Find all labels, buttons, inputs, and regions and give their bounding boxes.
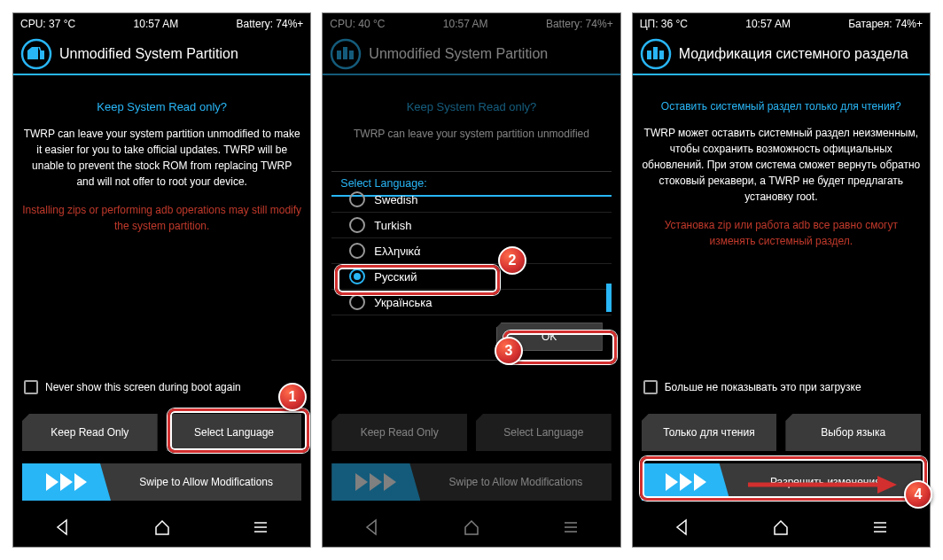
description-text: TWRP can leave your system partition unm… (22, 126, 301, 190)
svg-marker-13 (877, 476, 897, 494)
svg-rect-11 (659, 51, 664, 59)
twrp-logo-icon (330, 38, 362, 70)
back-icon[interactable] (363, 518, 381, 536)
select-language-button[interactable]: Select Language (476, 414, 612, 451)
callout-1: 1 (278, 383, 307, 411)
chevron-right-icon (74, 473, 87, 491)
battery-status: Battery: 74%+ (546, 18, 613, 30)
chevron-right-icon (60, 473, 73, 491)
language-option-turkish[interactable]: Turkish (331, 213, 611, 238)
cpu-temp: CPU: 40 °C (330, 18, 385, 30)
swipe-handle[interactable] (22, 463, 111, 501)
language-dialog: Select Language: Swedish Turkish Ελληνικ… (331, 171, 611, 361)
svg-rect-2 (34, 47, 38, 59)
cpu-temp: ЦП: 36 °C (640, 18, 688, 30)
callout-4: 4 (904, 480, 932, 509)
screen-2: CPU: 40 °C 10:57 AM Battery: 74%+ Unmodi… (322, 12, 620, 548)
never-show-checkbox-row[interactable]: Больше не показывать это при загрузке (642, 380, 921, 394)
callout-2: 2 (498, 246, 526, 275)
svg-rect-10 (653, 47, 658, 59)
battery-status: Батарея: 74%+ (848, 18, 923, 30)
battery-status: Battery: 74%+ (237, 18, 304, 30)
keep-read-only-button[interactable]: Keep Read Only (331, 414, 467, 451)
menu-icon[interactable] (252, 518, 269, 536)
language-option-greek[interactable]: Ελληνικά (331, 238, 611, 264)
warning-text: Installing zips or performing adb operat… (22, 202, 301, 234)
content-area: Оставить системный раздел только для чте… (633, 81, 930, 508)
screen-3: ЦП: 36 °C 10:57 AM Батарея: 74%+ Модифик… (632, 12, 931, 548)
description-text: TWRP can leave your system partition unm… (331, 126, 611, 142)
back-icon[interactable] (674, 518, 691, 536)
title-bar: Модификация системного раздела (633, 35, 930, 74)
description-text: TWRP может оставить системный раздел неи… (642, 125, 921, 205)
nav-bar (13, 508, 310, 547)
keep-read-only-button[interactable]: Keep Read Only (22, 414, 158, 451)
callout-3: 3 (495, 337, 523, 365)
title-bar: Unmodified System Partition (323, 35, 620, 74)
chevron-right-icon (46, 473, 58, 491)
screen-1: CPU: 37 °C 10:57 AM Battery: 74%+ Unmodi… (12, 12, 311, 548)
button-row: Keep Read Only Select Language (22, 414, 301, 451)
back-icon[interactable] (54, 518, 72, 536)
content-area: Keep System Read only? TWRP can leave yo… (13, 81, 310, 508)
checkbox-label: Never show this screen during boot again (45, 381, 241, 393)
question-text: Keep System Read only? (22, 100, 301, 113)
language-button[interactable]: Выбор языка (785, 414, 921, 451)
svg-rect-5 (337, 51, 341, 59)
language-list[interactable]: Swedish Turkish Ελληνικά Русский Українс… (331, 191, 611, 315)
language-option-ukrainian[interactable]: Українська (331, 290, 611, 315)
page-title: Модификация системного раздела (679, 46, 908, 62)
svg-rect-6 (343, 47, 347, 59)
cpu-temp: CPU: 37 °C (20, 18, 75, 30)
question-text: Оставить системный раздел только для чте… (642, 100, 921, 113)
title-separator (13, 74, 310, 75)
svg-rect-9 (647, 51, 651, 59)
page-title: Unmodified System Partition (369, 46, 548, 62)
menu-icon[interactable] (562, 518, 580, 536)
status-bar: ЦП: 36 °C 10:57 AM Батарея: 74%+ (633, 13, 930, 35)
language-option-swedish[interactable]: Swedish (331, 191, 611, 213)
page-title: Unmodified System Partition (59, 46, 238, 62)
twrp-logo-icon (640, 38, 672, 70)
arrow-right-icon (748, 474, 899, 495)
status-bar: CPU: 40 °C 10:57 AM Battery: 74%+ (323, 13, 620, 35)
home-icon[interactable] (463, 518, 480, 536)
question-text: Keep System Read only? (331, 100, 611, 113)
select-language-button[interactable]: Select Language (167, 414, 302, 451)
clock-time: 10:57 AM (745, 18, 791, 30)
svg-rect-7 (349, 51, 354, 59)
swipe-slider[interactable]: Swipe to Allow Modifications (331, 463, 611, 501)
home-icon[interactable] (153, 518, 171, 536)
language-option-russian[interactable]: Русский (331, 264, 611, 290)
title-bar: Unmodified System Partition (13, 35, 310, 74)
never-show-checkbox-row[interactable]: Never show this screen during boot again (22, 380, 301, 394)
menu-icon[interactable] (871, 518, 889, 536)
checkbox-label: Больше не показывать это при загрузке (665, 381, 861, 393)
checkbox-icon[interactable] (643, 380, 658, 394)
read-only-button[interactable]: Только для чтения (642, 414, 777, 451)
clock-time: 10:57 AM (134, 18, 179, 30)
clock-time: 10:57 AM (443, 18, 488, 30)
twrp-logo-icon (20, 38, 52, 70)
swipe-label: Swipe to Allow Modifications (111, 476, 301, 488)
home-icon[interactable] (772, 518, 790, 536)
swipe-slider[interactable]: Swipe to Allow Modifications (22, 463, 301, 501)
warning-text: Установка zip или работа adb все равно с… (642, 217, 921, 249)
scrollbar[interactable] (606, 284, 612, 312)
status-bar: CPU: 37 °C 10:57 AM Battery: 74%+ (13, 13, 310, 35)
checkbox-icon[interactable] (24, 380, 38, 394)
